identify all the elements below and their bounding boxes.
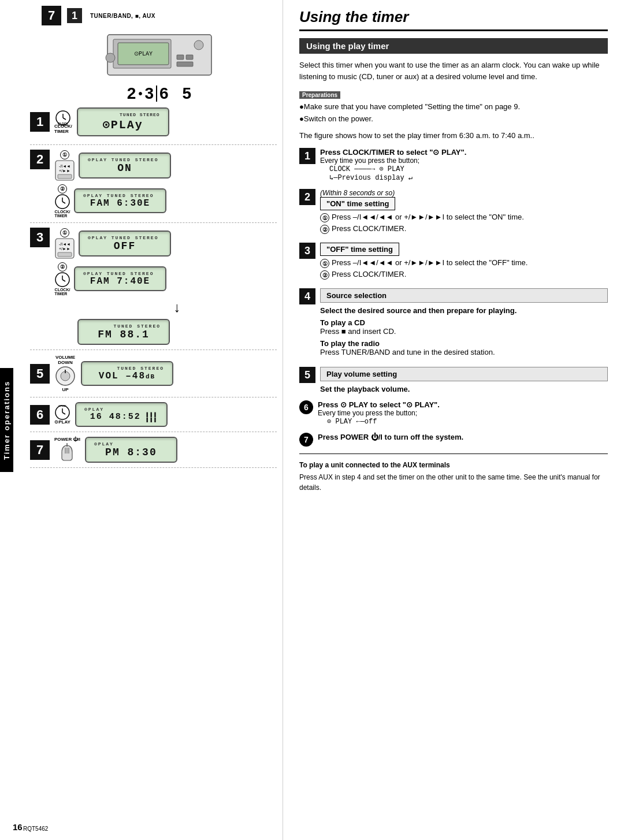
- step2-sub1: ① Press –/I◄◄/◄◄ or +/►►/►►I to select t…: [320, 213, 608, 222]
- remote-icon-3a: -/I◄◄ +/►►: [54, 237, 75, 259]
- display-2a: ⊙PLAY TUNED STEREO ON: [79, 153, 171, 179]
- left-step-3: 3 ① -/I◄◄ +/►► ⊙: [30, 228, 277, 350]
- step1-sub: Every time you press the button;: [320, 157, 608, 165]
- step6-sub: Every time you press the button;: [318, 409, 608, 417]
- step-icon-7-top: 7: [42, 6, 61, 25]
- svg-text:+/►►: +/►►: [59, 247, 70, 251]
- step2-within: (Within 8 seconds or so): [320, 189, 608, 197]
- play-timer-icon-6: ⊙PLAY ⊙PLAY: [54, 404, 70, 425]
- volume-knob-icon: [54, 365, 76, 387]
- display-6: ⊙PLAY 16 48:52 ▌▌▌▌▌▌: [75, 402, 168, 427]
- step-icon-1-top: 1: [67, 8, 82, 23]
- step6-play-line: ⊙ PLAY ←—off: [327, 417, 608, 426]
- source-cd: To play a CD Press ■ and insert CD.: [320, 318, 608, 336]
- step-refs-label: 2 • 3 6 5: [42, 84, 277, 103]
- page-number: 16: [13, 822, 23, 832]
- step-indicator-5: 5: [299, 367, 315, 383]
- clock-timer-icon-2: CLOCK/TIMER: [54, 194, 70, 218]
- right-step-7: 7 Press POWER ⏻/I to turn off the system…: [299, 433, 608, 447]
- svg-rect-6: [177, 62, 193, 66]
- display-3c: TUNED STEREO FM 88.1: [77, 319, 170, 345]
- footer-title: To play a unit connected to the AUX term…: [299, 460, 608, 470]
- step5-box-title: Play volume setting: [320, 367, 608, 381]
- right-step-1: 1 Press CLOCK/TIMER to select "⊙ PLAY". …: [299, 148, 608, 182]
- svg-text:⊙PLAY: ⊙PLAY: [58, 404, 66, 407]
- ref-5: 5: [183, 84, 192, 103]
- svg-text:-/I◄◄: -/I◄◄: [59, 242, 70, 246]
- step-indicator-6: 6: [299, 400, 313, 414]
- step-indicator-7: 7: [299, 433, 313, 447]
- prep-label: Preparations: [299, 91, 340, 99]
- right-step-3: 3 "OFF" time setting ① Press –/I◄◄/◄◄ or…: [299, 243, 608, 281]
- clock-timer-icon-1: CLOCK TIMER CLOCK/TIMER: [54, 110, 72, 134]
- device-illustration: ⊙PLAY: [102, 29, 217, 81]
- rqt-label: RQT5462: [23, 826, 48, 832]
- svg-rect-24: [58, 252, 72, 257]
- step-num-6: 6: [30, 405, 50, 425]
- ref-3: 3: [144, 84, 154, 103]
- display-3a: ⊙PLAY TUNED STEREO OFF: [79, 231, 171, 257]
- svg-text:⊙PLAY: ⊙PLAY: [133, 51, 152, 57]
- left-step-5: 5 VOLUME DOWN UP TUNED STEREO VOL –48dB: [30, 355, 277, 397]
- step-indicator-4: 4: [299, 288, 315, 304]
- step3-sub2: ② Press CLOCK/TIMER.: [320, 270, 608, 280]
- remote-icon-2a: -/I◄◄ +/►►: [54, 159, 75, 181]
- power-hand-icon: [57, 442, 77, 463]
- down-arrow: ↓: [77, 299, 277, 315]
- step-num-7: 7: [30, 440, 50, 460]
- tuner-band-label: TUNER/BAND, ■, AUX: [90, 13, 155, 19]
- section-title-box: Using the play timer: [299, 38, 608, 54]
- step-num-5: 5: [30, 364, 50, 384]
- right-panel: Using the timer Using the play timer Sel…: [283, 0, 624, 840]
- svg-line-27: [62, 280, 65, 281]
- svg-text:-/I◄◄: -/I◄◄: [59, 164, 70, 168]
- step3-box-title: "OFF" time setting: [320, 243, 399, 256]
- step1-prev-line: ↳—Previous display ↵: [329, 173, 608, 182]
- prep-bullets: ●Make sure that you have completed "Sett…: [299, 101, 608, 125]
- left-step-1: 1 CLOCK TIMER CLOCK/TIMER: [30, 107, 277, 145]
- right-step-5: 5 Play volume setting Set the playback v…: [299, 367, 608, 393]
- svg-rect-4: [177, 55, 184, 60]
- step7-text: Press POWER ⏻/I to turn off the system.: [318, 433, 608, 441]
- footer-section: To play a unit connected to the AUX term…: [299, 460, 608, 493]
- intro-text: Select this timer when you want to use t…: [299, 60, 608, 82]
- step-indicator-1: 1: [299, 148, 315, 164]
- left-panel: Timer operations 7 1 TUNER/BAND, ■, AUX: [0, 0, 283, 840]
- source-radio: To play the radio Press TUNER/BAND and t…: [320, 339, 608, 356]
- step1-clock-line: CLOCK ————→ ⊙ PLAY: [329, 165, 608, 173]
- step5-body: Set the playback volume.: [320, 385, 608, 393]
- svg-rect-17: [58, 174, 72, 179]
- device-top-area: 7 1 TUNER/BAND, ■, AUX: [42, 6, 277, 103]
- display-step1: TUNED STEREO ⊙PLAy: [77, 107, 169, 136]
- preparations-section: Preparations ●Make sure that you have co…: [299, 90, 608, 125]
- step-indicator-3: 3: [299, 243, 315, 259]
- svg-line-33: [62, 412, 65, 414]
- right-step-4: 4 Source selection Select the desired so…: [299, 288, 608, 360]
- left-step-7: 7 POWER ⏻/I ⊙PLAY PM 8:30: [30, 437, 277, 468]
- right-step-6: 6 Press ⊙ PLAY to select "⊙ PLAY". Every…: [299, 400, 608, 426]
- step2-sub2: ② Press CLOCK/TIMER.: [320, 224, 608, 234]
- left-step-2: 2 ① -/I◄◄ +/►►: [30, 150, 277, 223]
- display-3b: ⊙PLAY TUNED STEREO FAM 7:40E: [74, 266, 166, 291]
- step2-box-title: "ON" time setting: [320, 197, 395, 210]
- step6-text: Press ⊙ PLAY to select "⊙ PLAY".: [318, 400, 608, 409]
- step-num-3: 3: [30, 228, 50, 247]
- step1-text: Press CLOCK/TIMER to select "⊙ PLAY".: [320, 148, 608, 157]
- right-step-2: 2 (Within 8 seconds or so) "ON" time set…: [299, 189, 608, 236]
- svg-line-11: [63, 118, 66, 120]
- footer-text: Press AUX in step 4 and set the timer on…: [299, 472, 608, 493]
- step-num-2: 2: [30, 150, 50, 169]
- display-2b: ⊙PLAY TUNED STEREO FAM 6:30E: [74, 188, 166, 213]
- step4-body: Select the desired source and then prepa…: [320, 306, 608, 315]
- ref-2: 2: [127, 84, 136, 103]
- display-7: ⊙PLAY PM 8:30: [85, 437, 177, 463]
- clock-timer-icon-3: CLOCK/TIMER: [54, 272, 70, 296]
- svg-point-3: [194, 40, 203, 50]
- step4-box-title: Source selection: [320, 288, 608, 303]
- sidebar-label: Timer operations: [0, 368, 13, 472]
- display-5: TUNED STEREO VOL –48dB: [81, 361, 173, 386]
- svg-point-2: [106, 53, 115, 62]
- svg-text:+/►►: +/►►: [59, 169, 70, 173]
- figure-note: The figure shows how to set the play tim…: [299, 130, 608, 142]
- svg-rect-5: [186, 55, 193, 60]
